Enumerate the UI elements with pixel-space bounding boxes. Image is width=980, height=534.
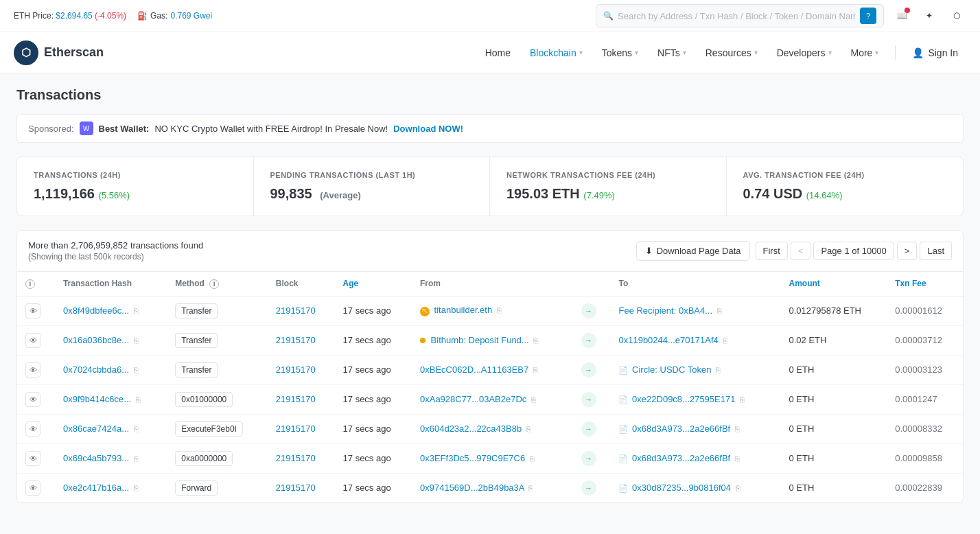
copy-hash-icon[interactable]: ⎘	[134, 336, 139, 345]
copy-to-icon[interactable]: ⎘	[740, 395, 745, 404]
tx-hash-link[interactable]: 0x8f49dbfee6c...	[63, 305, 129, 316]
fee-cell: 0.00022839	[887, 473, 963, 502]
tx-hash-link[interactable]: 0x86cae7424a...	[63, 423, 129, 434]
copy-hash-icon[interactable]: ⎘	[134, 307, 139, 315]
page-info: Page 1 of 10000	[813, 242, 894, 260]
tx-hash-link[interactable]: 0x9f9b414c6ce...	[63, 394, 131, 404]
sponsored-link[interactable]: Download NOW!	[393, 124, 463, 134]
theme-icon[interactable]: ✦	[920, 6, 939, 25]
to-link[interactable]: 0x30d87235...9b0816f04	[632, 483, 731, 493]
method-badge: 0xa0000000	[175, 451, 233, 466]
table-info-icon[interactable]: i	[25, 279, 35, 289]
method-badge: Transfer	[175, 333, 218, 348]
col-fee: Txn Fee	[887, 272, 963, 296]
row-eye-button[interactable]: 👁	[25, 451, 40, 466]
nav-blockchain[interactable]: Blockchain ▾	[522, 43, 591, 62]
table-row: 👁 0x8f49dbfee6c... ⎘ Transfer 21915170 1…	[17, 296, 963, 325]
from-link[interactable]: 0xAa928C77...03AB2e7Dc	[420, 394, 526, 404]
block-link[interactable]: 21915170	[276, 483, 316, 493]
sign-in-button[interactable]: 👤 Sign In	[904, 43, 966, 62]
from-link[interactable]: Bithumb: Deposit Fund...	[431, 335, 529, 345]
block-link[interactable]: 21915170	[276, 394, 316, 404]
table-row: 👁 0x69c4a5b793... ⎘ 0xa0000000 21915170 …	[17, 443, 963, 473]
copy-from-icon[interactable]: ⎘	[531, 395, 536, 404]
row-eye-button[interactable]: 👁	[25, 480, 40, 496]
row-eye-button[interactable]: 👁	[25, 333, 40, 348]
block-link[interactable]: 21915170	[276, 364, 316, 375]
download-button[interactable]: ⬇ Download Page Data	[636, 241, 750, 261]
stat-label-transactions: TRANSACTIONS (24H)	[34, 171, 237, 179]
stat-label-avg-fee: AVG. TRANSACTION FEE (24H)	[743, 171, 947, 179]
stat-pending: PENDING TRANSACTIONS (LAST 1H) 99,835 (A…	[254, 157, 491, 216]
to-link[interactable]: Circle: USDC Token	[632, 364, 711, 375]
copy-hash-icon[interactable]: ⎘	[134, 454, 139, 463]
from-link[interactable]: 0x3EFf3Dc5...979C9E7C6	[420, 453, 525, 463]
block-link[interactable]: 21915170	[276, 423, 316, 434]
copy-hash-icon[interactable]: ⎘	[134, 425, 139, 433]
copy-from-icon[interactable]: ⎘	[528, 484, 533, 492]
first-page-button[interactable]: First	[756, 242, 788, 260]
tx-hash-link[interactable]: 0x69c4a5b793...	[63, 453, 129, 463]
row-eye-button[interactable]: 👁	[25, 303, 40, 318]
nav-home[interactable]: Home	[477, 43, 519, 62]
next-page-button[interactable]: >	[897, 242, 918, 260]
copy-to-icon[interactable]: ⎘	[716, 366, 721, 374]
stat-label-pending: PENDING TRANSACTIONS (LAST 1H)	[270, 171, 474, 179]
bookmark-icon[interactable]: 📖	[892, 6, 911, 25]
row-eye-button[interactable]: 👁	[25, 392, 40, 407]
copy-from-icon[interactable]: ⎘	[533, 336, 538, 345]
block-link[interactable]: 21915170	[276, 335, 316, 345]
copy-to-icon[interactable]: ⎘	[717, 307, 722, 315]
nav-tokens[interactable]: Tokens ▾	[594, 43, 646, 62]
copy-hash-icon[interactable]: ⎘	[134, 484, 139, 492]
arrow-icon: →	[581, 303, 596, 318]
tx-hash-link[interactable]: 0x7024cbbda6...	[63, 364, 129, 375]
copy-to-icon[interactable]: ⎘	[735, 454, 740, 463]
copy-to-icon[interactable]: ⎘	[736, 484, 740, 492]
contract-icon: 📄	[618, 366, 628, 374]
col-block: Block	[268, 272, 335, 296]
block-link[interactable]: 21915170	[276, 305, 316, 316]
copy-hash-icon[interactable]: ⎘	[134, 366, 139, 374]
to-link[interactable]: 0xe22D09c8...27595E171	[632, 394, 735, 404]
age-cell: 17 secs ago	[335, 325, 412, 355]
pagination: First < Page 1 of 10000 > Last	[756, 242, 952, 260]
tx-hash-link[interactable]: 0xe2c417b16a...	[63, 483, 129, 493]
row-eye-button[interactable]: 👁	[25, 362, 40, 378]
tx-hash-link[interactable]: 0x16a036bc8e...	[63, 335, 129, 345]
from-link[interactable]: 0x604d23a2...22ca43B8b	[420, 423, 522, 434]
copy-to-icon[interactable]: ⎘	[723, 336, 727, 345]
from-link[interactable]: 0xBEcC062D...A11163EB7	[420, 364, 528, 375]
nav-resources[interactable]: Resources ▾	[697, 43, 766, 62]
nav-developers[interactable]: Developers ▾	[769, 43, 840, 62]
copy-from-icon[interactable]: ⎘	[526, 425, 531, 433]
row-eye-button[interactable]: 👁	[25, 421, 40, 437]
logo[interactable]: ⬡ Etherscan	[14, 40, 104, 65]
copy-from-icon[interactable]: ⎘	[497, 306, 502, 314]
amount-cell: 0 ETH	[780, 384, 887, 414]
prev-page-button[interactable]: <	[791, 242, 811, 260]
arrow-icon: →	[581, 480, 596, 496]
to-link[interactable]: 0x119b0244...e70171Af4	[618, 335, 718, 345]
search-submit-icon[interactable]: ?	[860, 8, 876, 24]
copy-from-icon[interactable]: ⎘	[533, 366, 538, 374]
copy-to-icon[interactable]: ⎘	[735, 425, 740, 433]
search-input[interactable]	[618, 11, 856, 21]
to-link[interactable]: 0x68d3A973...2a2e66fBf	[632, 423, 730, 434]
copy-hash-icon[interactable]: ⎘	[136, 395, 141, 404]
stat-avg-fee: AVG. TRANSACTION FEE (24H) 0.74 USD (14.…	[727, 157, 964, 216]
age-cell: 17 secs ago	[335, 473, 412, 502]
to-link[interactable]: 0x68d3A973...2a2e66fBf	[632, 453, 730, 463]
last-page-button[interactable]: Last	[920, 242, 952, 260]
nav-more[interactable]: More ▾	[843, 43, 887, 62]
more-chevron-icon: ▾	[875, 49, 878, 56]
copy-from-icon[interactable]: ⎘	[530, 454, 535, 463]
nav-nfts[interactable]: NFTs ▾	[649, 43, 695, 62]
from-link[interactable]: titanbuilder.eth	[434, 305, 493, 315]
to-link[interactable]: Fee Recipient: 0xBA4...	[618, 305, 712, 316]
block-link[interactable]: 21915170	[276, 453, 316, 463]
method-info-icon[interactable]: i	[209, 279, 219, 289]
from-link[interactable]: 0x9741569D...2bB49ba3A	[420, 483, 524, 493]
transactions-table: i Transaction Hash Method i Block Age Fr…	[17, 272, 963, 502]
wallet-icon[interactable]: ⬡	[947, 6, 966, 25]
